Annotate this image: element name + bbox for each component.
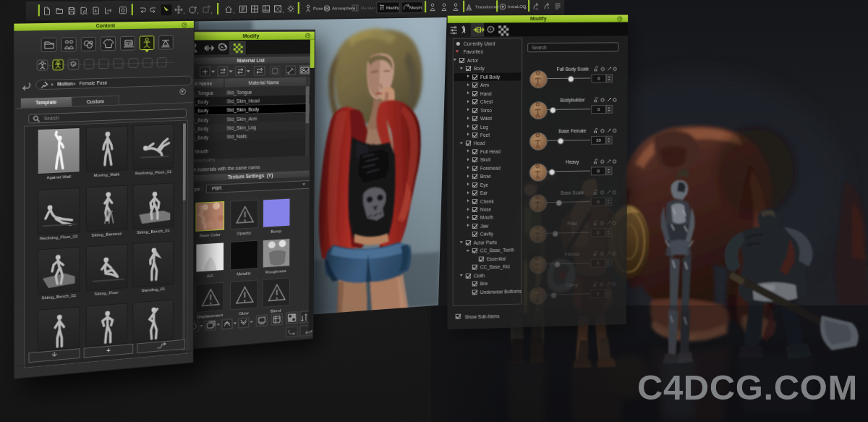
svg-text:Modify: Modify <box>386 6 399 10</box>
svg-text:Transformer: Transformer <box>475 5 498 9</box>
svg-text:Morph: Morph <box>409 5 422 9</box>
svg-text:Pose: Pose <box>313 7 323 11</box>
svg-text:Render: Render <box>361 6 375 10</box>
svg-text:DVD: DVD <box>126 42 133 46</box>
svg-text:InstaLOD: InstaLOD <box>508 4 527 9</box>
